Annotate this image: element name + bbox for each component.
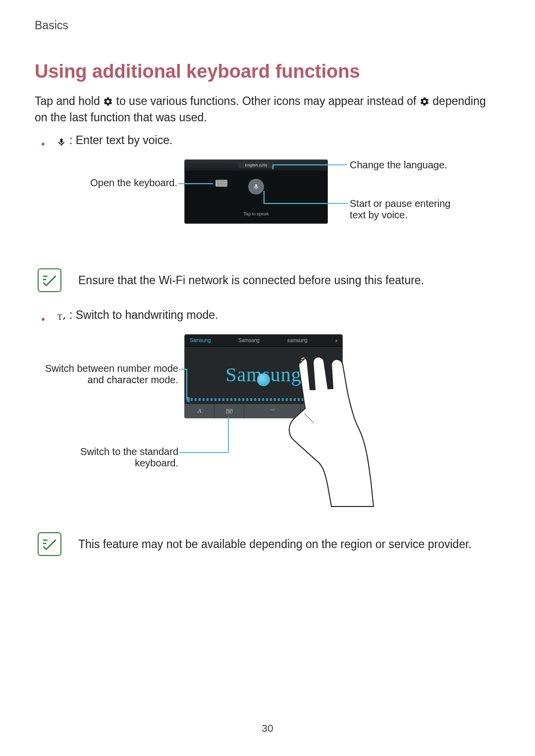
svg-rect-7 — [227, 412, 231, 412]
intro-paragraph: Tap and hold to use various functions. O… — [35, 93, 500, 126]
suggestion-2: Samsang — [239, 338, 260, 343]
svg-rect-2 — [227, 410, 227, 410]
toolbar-mode-a-key: A — [185, 404, 214, 418]
bullet-handwriting-text: : Switch to handwriting mode. — [69, 307, 218, 323]
svg-rect-6 — [231, 410, 231, 410]
gear-icon — [420, 95, 429, 104]
bullet-dot-icon — [42, 318, 45, 321]
handwriting-toolbar: A — [185, 404, 342, 418]
note-wifi-text: Ensure that the Wi-Fi network is connect… — [78, 268, 424, 289]
note-wifi-required: Ensure that the Wi-Fi network is connect… — [38, 268, 500, 292]
intro-mid: to use various functions. Other icons ma… — [116, 95, 420, 107]
gear-icon — [103, 95, 113, 104]
handwriting-icon: T — [56, 310, 66, 320]
chevron-right-icon: › — [335, 337, 337, 344]
callout-switch-standard-keyboard: Switch to the standard keyboard. — [45, 446, 178, 469]
bullet-dot-icon — [42, 143, 45, 146]
svg-rect-3 — [228, 410, 228, 410]
voice-input-topbar: English (US) — [185, 160, 327, 171]
note-feature-availability: This feature may not be available depend… — [38, 532, 500, 556]
bullet-handwriting: T : Switch to handwriting mode. — [42, 307, 500, 323]
suggestion-3: samsung — [287, 338, 308, 343]
voice-input-language-pill: English (US) — [238, 162, 274, 168]
svg-rect-5 — [230, 410, 230, 410]
suggestion-bar: Samsung Samsang samsung › — [185, 335, 342, 347]
tap-to-speak-label: Tap to speak — [243, 211, 268, 216]
toolbar-standard-keyboard-key — [214, 404, 244, 418]
open-keyboard-icon — [215, 180, 227, 187]
breadcrumb: Basics — [35, 19, 500, 32]
bullet-voice-text: : Enter text by voice. — [69, 132, 172, 149]
page-number: 30 — [262, 722, 273, 734]
section-heading: Using additional keyboard functions — [35, 61, 500, 82]
callout-change-language: Change the language. — [350, 159, 447, 171]
svg-rect-1 — [226, 409, 232, 413]
microphone-icon — [56, 135, 66, 145]
handwriting-screenshot: Samsung Samsang samsung › Samsung A — [184, 334, 343, 418]
callout-open-keyboard: Open the keyboard. — [63, 177, 177, 189]
touch-point-indicator — [257, 373, 270, 386]
number-mode-rail — [187, 398, 340, 401]
intro-pre: Tap and hold — [35, 95, 103, 107]
svg-text:T: T — [57, 312, 62, 321]
note-icon — [38, 268, 61, 292]
toolbar-space-key — [244, 404, 301, 418]
toolbar-return-key — [321, 404, 342, 418]
bullet-voice: : Enter text by voice. — [42, 132, 500, 149]
note-icon — [38, 532, 61, 556]
callout-start-pause-voice: Start or pause entering text by voice. — [350, 198, 464, 221]
toolbar-backspace-key — [301, 404, 321, 418]
voice-start-pause-button — [248, 179, 264, 195]
callout-switch-number-mode: Switch between number mode and character… — [45, 363, 178, 386]
note-availability-text: This feature may not be available depend… — [78, 532, 472, 553]
suggestion-1: Samsung — [190, 338, 211, 343]
voice-input-screenshot: English (US) Tap to speak — [184, 159, 328, 224]
svg-rect-4 — [229, 410, 229, 410]
